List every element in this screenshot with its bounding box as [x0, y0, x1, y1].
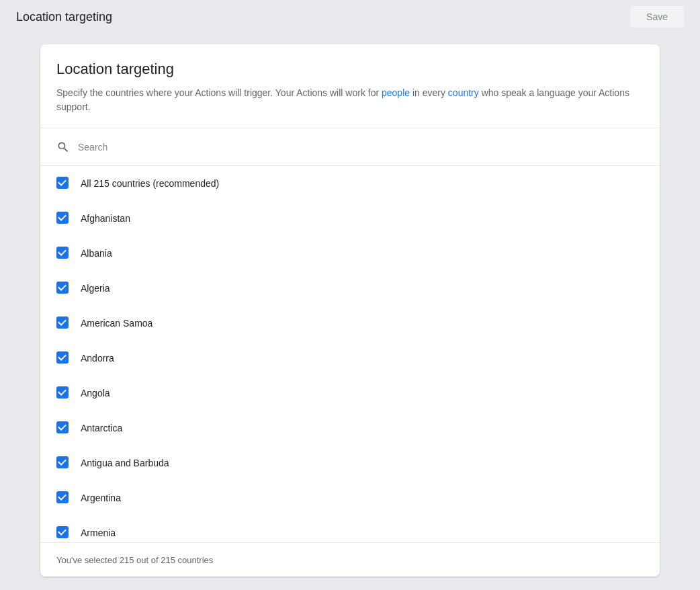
checkbox-wrapper: [56, 212, 70, 225]
countries-list[interactable]: All 215 countries (recommended)Afghanist…: [40, 166, 660, 542]
list-item[interactable]: Antigua and Barbuda: [40, 446, 660, 480]
main-content: Location targeting Specify the countries…: [0, 34, 700, 587]
checkbox-wrapper: [56, 421, 70, 435]
checkbox-wrapper: [56, 247, 70, 260]
checkbox-wrapper: [56, 177, 70, 190]
checkbox-wrapper: [56, 526, 70, 540]
checkbox-wrapper: [56, 317, 70, 330]
country-name: Armenia: [81, 528, 116, 538]
country-name: Antarctica: [81, 423, 122, 433]
list-item[interactable]: Argentina: [40, 480, 660, 515]
list-item[interactable]: American Samoa: [40, 306, 660, 341]
search-bar: [40, 128, 660, 166]
checkbox-wrapper: [56, 282, 70, 295]
list-item[interactable]: Andorra: [40, 341, 660, 376]
card-title: Location targeting: [56, 60, 644, 78]
country-checkbox-armenia[interactable]: [56, 526, 69, 538]
card-header: Location targeting Specify the countries…: [40, 44, 660, 128]
list-item[interactable]: Albania: [40, 236, 660, 271]
checkbox-wrapper: [56, 351, 70, 365]
country-checkbox-algeria[interactable]: [56, 282, 69, 294]
card-footer: You've selected 215 out of 215 countries: [40, 542, 660, 577]
list-item[interactable]: Algeria: [40, 271, 660, 306]
country-checkbox-angola[interactable]: [56, 386, 69, 398]
page-title: Location targeting: [16, 10, 112, 24]
country-checkbox-argentina[interactable]: [56, 491, 69, 503]
country-checkbox-american-samoa[interactable]: [56, 317, 69, 329]
country-name: Algeria: [81, 283, 110, 294]
country-checkbox-all[interactable]: [56, 177, 69, 189]
country-name: Andorra: [81, 353, 114, 364]
country-name: Afghanistan: [81, 213, 130, 224]
country-name: All 215 countries (recommended): [81, 178, 219, 189]
checkbox-wrapper: [56, 491, 70, 505]
country-checkbox-antigua-and-barbuda[interactable]: [56, 456, 69, 468]
list-item[interactable]: Angola: [40, 376, 660, 411]
country-name: Argentina: [81, 493, 121, 503]
selected-count-text: You've selected 215 out of 215 countries: [56, 555, 213, 565]
checkbox-wrapper: [56, 386, 70, 400]
list-item[interactable]: Armenia: [40, 515, 660, 542]
location-targeting-card: Location targeting Specify the countries…: [40, 44, 660, 577]
list-item[interactable]: All 215 countries (recommended): [40, 166, 660, 201]
country-name: Albania: [81, 248, 112, 259]
country-name: Antigua and Barbuda: [81, 458, 169, 468]
list-item[interactable]: Antarctica: [40, 411, 660, 446]
country-checkbox-afghanistan[interactable]: [56, 212, 69, 224]
search-input[interactable]: [78, 142, 644, 153]
search-icon: [56, 140, 70, 154]
country-checkbox-antarctica[interactable]: [56, 421, 69, 433]
country-name: Angola: [81, 388, 110, 398]
country-name: American Samoa: [81, 318, 152, 329]
top-bar: Location targeting Save: [0, 0, 700, 34]
country-checkbox-andorra[interactable]: [56, 351, 69, 364]
country-checkbox-albania[interactable]: [56, 247, 69, 259]
list-item[interactable]: Afghanistan: [40, 201, 660, 236]
save-button[interactable]: Save: [630, 6, 684, 28]
card-description: Specify the countries where your Actions…: [56, 86, 634, 114]
checkbox-wrapper: [56, 456, 70, 470]
